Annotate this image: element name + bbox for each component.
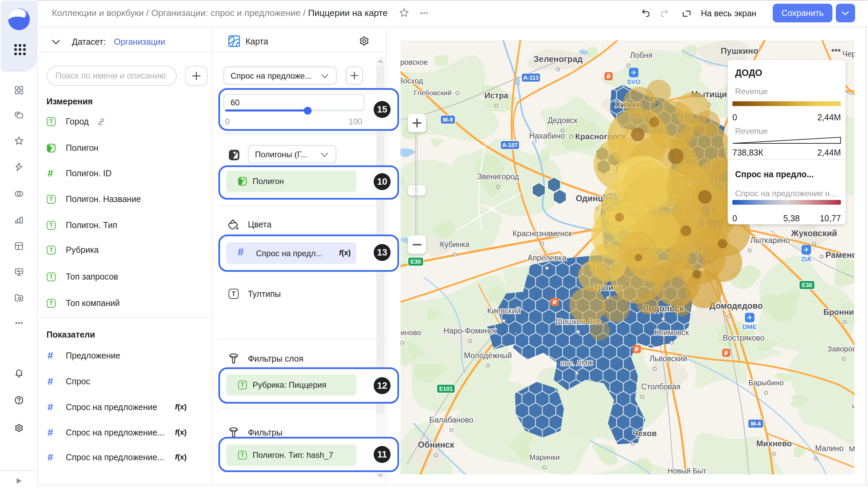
svg-text:SVO: SVO — [627, 78, 640, 85]
svg-text:Глебовский: Глебовский — [414, 89, 452, 97]
svg-text:А-113: А-113 — [523, 75, 538, 81]
svg-text:Михнево: Михнево — [756, 439, 792, 448]
svg-text:Е30: Е30 — [411, 259, 421, 265]
svg-text:Чехов: Чехов — [632, 429, 657, 438]
svg-text:ZIA: ZIA — [801, 256, 812, 263]
svg-text:Жуковский: Жуковский — [791, 228, 837, 238]
svg-text:Востряково: Востряково — [723, 333, 764, 342]
svg-text:Заворово: Заворово — [827, 345, 854, 353]
svg-text:Бронницы: Бронницы — [823, 307, 854, 317]
svg-text:Дедовск: Дедовск — [548, 116, 578, 125]
svg-text:Раменское: Раменское — [825, 250, 854, 260]
svg-text:Обнинск: Обнинск — [418, 440, 454, 449]
svg-text:Домодедово: Домодедово — [709, 301, 763, 310]
svg-text:Черн: Черн — [842, 49, 854, 58]
svg-text:ровское: ровское — [400, 58, 428, 66]
svg-text:Лобня: Лобня — [630, 51, 652, 60]
svg-text:Нахабино: Нахабино — [529, 131, 565, 140]
svg-text:Столбовая: Столбовая — [641, 382, 680, 391]
svg-text:Климовск: Климовск — [654, 328, 689, 337]
svg-text:Апрелевка: Апрелевка — [528, 253, 567, 262]
svg-text:чиново: чиново — [400, 328, 421, 337]
svg-text:₽: ₽ — [724, 350, 728, 357]
svg-text:Молодёжный: Молодёжный — [464, 351, 512, 360]
svg-text:М-4: М-4 — [751, 421, 761, 427]
svg-text:Кубинка: Кубинка — [440, 240, 469, 249]
svg-text:✈: ✈ — [804, 246, 809, 253]
svg-text:Барыбино: Барыбино — [748, 379, 784, 387]
svg-text:Львовский: Львовский — [649, 354, 687, 363]
svg-text:Малино: Малино — [815, 444, 844, 453]
svg-text:₽: ₽ — [553, 299, 557, 306]
svg-text:М-9: М-9 — [443, 117, 453, 123]
svg-text:Е30: Е30 — [802, 282, 812, 288]
svg-text:Наро-Фоминск: Наро-Фоминск — [443, 326, 497, 335]
svg-text:Балабаново: Балабаново — [429, 415, 473, 424]
svg-text:₽: ₽ — [607, 73, 611, 80]
svg-text:Новый Быт: Новый Быт — [668, 467, 706, 474]
svg-text:Че: Че — [852, 403, 854, 411]
svg-text:Восход: Восход — [400, 77, 423, 85]
svg-text:А-107: А-107 — [502, 142, 518, 148]
svg-text:Краснознаменск: Краснознаменск — [513, 229, 572, 238]
svg-text:Киевский: Киевский — [487, 306, 520, 315]
svg-text:✈: ✈ — [631, 69, 637, 76]
svg-text:₽: ₽ — [635, 346, 639, 353]
svg-text:Е101: Е101 — [439, 386, 453, 392]
svg-text:Звенигород: Звенигород — [477, 172, 519, 181]
svg-text:DME: DME — [743, 323, 757, 330]
svg-text:Маринки: Маринки — [529, 453, 559, 462]
svg-text:Пушкино: Пушкино — [721, 46, 758, 56]
svg-text:✈: ✈ — [747, 314, 753, 321]
svg-text:Лыткарино: Лыткарино — [750, 236, 790, 245]
svg-text:Зеленоград: Зеленоград — [534, 54, 583, 64]
svg-text:пос. ЛМС: пос. ЛМС — [560, 359, 593, 367]
svg-text:Истра: Истра — [485, 91, 509, 100]
svg-text:Ме: Ме — [849, 445, 854, 453]
